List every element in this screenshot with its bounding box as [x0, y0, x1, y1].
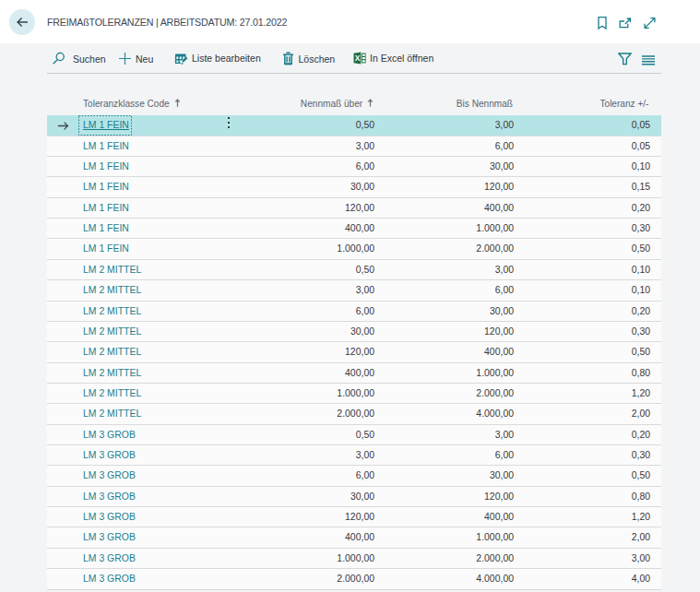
svg-text:X: X	[355, 53, 361, 63]
